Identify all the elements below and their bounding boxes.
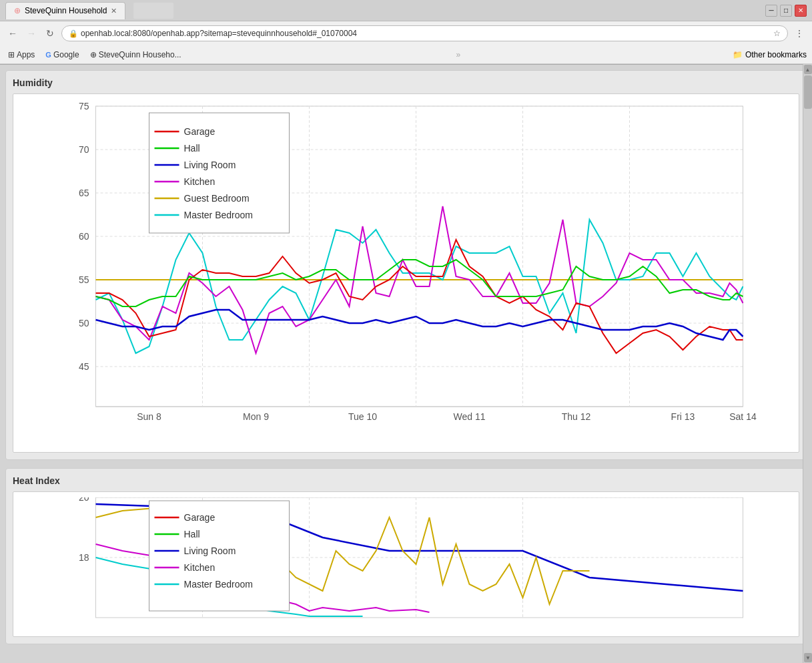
svg-text:Sun 8: Sun 8 xyxy=(137,411,161,422)
bookmarks-overflow: » xyxy=(456,50,460,59)
bookmarks-bar: ⊞ Apps G Google ⊕ SteveQuinn Househo... … xyxy=(0,45,812,64)
other-bookmarks-label: Other bookmarks xyxy=(745,50,807,59)
folder-icon: 📁 xyxy=(733,50,743,59)
svg-text:Sat 14: Sat 14 xyxy=(729,411,757,422)
svg-text:55: 55 xyxy=(79,274,89,285)
apps-icon: ⊞ xyxy=(8,50,15,59)
svg-text:75: 75 xyxy=(79,101,89,112)
svg-text:Tue 10: Tue 10 xyxy=(348,411,377,422)
humidity-chart-svg: 75 70 65 60 55 50 45 Sun 8 Mon 9 Tue 10 … xyxy=(19,99,793,427)
svg-text:20: 20 xyxy=(79,497,89,503)
url-text: openhab.local:8080/openhab.app?sitemap=s… xyxy=(81,29,357,38)
google-icon: G xyxy=(45,51,51,59)
scrollbar-up-button[interactable]: ▲ xyxy=(804,65,812,74)
svg-text:70: 70 xyxy=(79,144,89,155)
svg-text:Kitchen: Kitchen xyxy=(184,176,216,187)
svg-text:Mon 9: Mon 9 xyxy=(243,411,269,422)
menu-button[interactable]: ⋮ xyxy=(792,26,807,41)
svg-text:Garage: Garage xyxy=(184,512,216,523)
heat-index-chart-container: 20 18 Garage Hall Living Room xyxy=(13,491,799,637)
svg-text:50: 50 xyxy=(79,318,89,328)
scrollbar-down-button[interactable]: ▼ xyxy=(804,653,812,662)
humidity-chart-container: 75 70 65 60 55 50 45 Sun 8 Mon 9 Tue 10 … xyxy=(13,93,799,453)
heat-index-chart-svg: 20 18 Garage Hall Living Room xyxy=(19,497,793,631)
svg-text:Garage: Garage xyxy=(184,126,216,137)
svg-text:Living Room: Living Room xyxy=(184,545,236,556)
address-bar: ← → ↻ 🔒 openhab.local:8080/openhab.app?s… xyxy=(0,21,812,45)
back-button[interactable]: ← xyxy=(5,26,20,41)
tab-close-button[interactable]: ✕ xyxy=(111,7,117,15)
forward-button[interactable]: → xyxy=(24,26,39,41)
url-input[interactable]: 🔒 openhab.local:8080/openhab.app?sitemap… xyxy=(61,25,788,41)
svg-text:Wed 11: Wed 11 xyxy=(454,411,486,422)
close-button[interactable]: ✕ xyxy=(795,5,807,17)
heat-index-title: Heat Index xyxy=(13,475,799,486)
stevequinn-bookmark[interactable]: ⊕ SteveQuinn Househo... xyxy=(87,49,184,61)
humidity-section: Humidity xyxy=(5,70,807,460)
browser-tab[interactable]: ⊕ SteveQuinn Household ✕ xyxy=(5,2,125,19)
scrollbar-thumb[interactable] xyxy=(804,75,812,109)
svg-text:Guest Bedroom: Guest Bedroom xyxy=(184,193,250,204)
other-bookmarks[interactable]: 📁 Other bookmarks xyxy=(733,50,807,59)
svg-text:65: 65 xyxy=(79,188,89,198)
apps-bookmark[interactable]: ⊞ Apps xyxy=(5,49,37,61)
svg-text:18: 18 xyxy=(79,552,89,563)
heat-index-section: Heat Index 20 18 xyxy=(5,468,807,644)
svg-text:Living Room: Living Room xyxy=(184,160,236,170)
page-content: Humidity xyxy=(0,65,812,663)
humidity-chart-inner: 75 70 65 60 55 50 45 Sun 8 Mon 9 Tue 10 … xyxy=(19,99,793,447)
svg-text:Master Bedroom: Master Bedroom xyxy=(184,579,253,590)
overflow-dots: » xyxy=(456,50,460,59)
apps-label: Apps xyxy=(17,50,35,59)
refresh-button[interactable]: ↻ xyxy=(43,26,57,41)
svg-text:45: 45 xyxy=(79,361,89,372)
maximize-button[interactable]: □ xyxy=(780,5,792,17)
svg-text:Master Bedroom: Master Bedroom xyxy=(184,210,253,220)
stevequinn-icon: ⊕ xyxy=(90,50,97,59)
google-label: Google xyxy=(53,50,79,59)
tab-title: SteveQuinn Household xyxy=(25,6,107,15)
new-tab-area[interactable] xyxy=(133,3,173,19)
svg-text:Fri 13: Fri 13 xyxy=(671,411,695,422)
google-bookmark[interactable]: G Google xyxy=(43,49,81,61)
title-bar: ⊕ SteveQuinn Household ✕ ─ □ ✕ xyxy=(0,0,812,21)
humidity-title: Humidity xyxy=(13,77,799,88)
svg-text:60: 60 xyxy=(79,231,89,242)
browser-chrome: ⊕ SteveQuinn Household ✕ ─ □ ✕ ← → ↻ 🔒 o… xyxy=(0,0,812,65)
svg-text:Hall: Hall xyxy=(184,143,200,154)
minimize-button[interactable]: ─ xyxy=(765,5,777,17)
stevequinn-label: SteveQuinn Househo... xyxy=(99,50,181,59)
secure-icon: 🔒 xyxy=(69,29,78,38)
svg-text:Hall: Hall xyxy=(184,529,200,539)
scrollbar[interactable]: ▲ ▼ xyxy=(803,64,812,663)
svg-text:Thu 12: Thu 12 xyxy=(562,411,591,422)
window-controls: ─ □ ✕ xyxy=(765,5,807,17)
bookmark-star-icon[interactable]: ☆ xyxy=(773,29,781,38)
svg-text:Kitchen: Kitchen xyxy=(184,562,216,573)
